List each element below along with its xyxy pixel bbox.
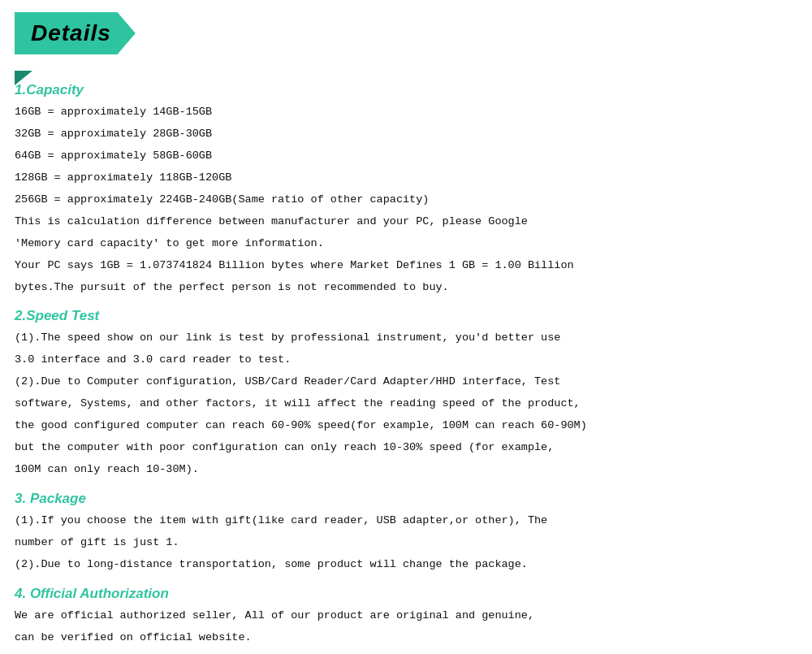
- details-banner-wrap: Details: [15, 12, 797, 71]
- content-line: can be verified on official website.: [15, 629, 797, 648]
- content-line: 256GB = approximately 224GB-240GB(Same r…: [15, 191, 797, 210]
- section-heading-package: 3. Package: [15, 491, 797, 507]
- banner-corner-decoration: [15, 71, 32, 85]
- section-package: 3. Package(1).If you choose the item wit…: [15, 491, 797, 574]
- section-heading-official-authorization: 4. Official Authorization: [15, 586, 797, 602]
- sections-container: 1.Capacity16GB = approximately 14GB-15GB…: [15, 82, 797, 648]
- content-line: software, Systems, and other factors, it…: [15, 395, 797, 414]
- section-capacity: 1.Capacity16GB = approximately 14GB-15GB…: [15, 82, 797, 297]
- content-line: We are official authorized seller, All o…: [15, 607, 797, 626]
- content-line: This is calculation difference between m…: [15, 213, 797, 232]
- content-line: number of gift is just 1.: [15, 534, 797, 552]
- content-line: (1).The speed show on our link is test b…: [15, 329, 797, 348]
- banner-title: Details: [31, 20, 111, 45]
- content-line: 'Memory card capacity' to get more infor…: [15, 235, 797, 253]
- content-line: (1).If you choose the item with gift(lik…: [15, 512, 797, 531]
- content-line: the good configured computer can reach 6…: [15, 417, 797, 435]
- content-line: 100M can only reach 10-30M).: [15, 461, 797, 479]
- content-line: (2).Due to long-distance transportation,…: [15, 556, 797, 574]
- content-line: bytes.The pursuit of the perfect person …: [15, 279, 797, 297]
- content-line: 64GB = approximately 58GB-60GB: [15, 147, 797, 166]
- content-line: (2).Due to Computer configuration, USB/C…: [15, 373, 797, 392]
- content-line: but the computer with poor configuration…: [15, 439, 797, 457]
- content-line: 32GB = approximately 28GB-30GB: [15, 125, 797, 144]
- content-line: Your PC says 1GB = 1.073741824 Billion b…: [15, 257, 797, 275]
- section-speed-test: 2.Speed Test(1).The speed show on our li…: [15, 308, 797, 479]
- details-banner: Details: [15, 12, 136, 54]
- content-line: 3.0 interface and 3.0 card reader to tes…: [15, 351, 797, 370]
- content-line: 16GB = approximately 14GB-15GB: [15, 103, 797, 122]
- page-container: Details 1.Capacity16GB = approximately 1…: [0, 0, 812, 654]
- section-heading-speed-test: 2.Speed Test: [15, 308, 797, 324]
- section-heading-capacity: 1.Capacity: [15, 82, 797, 98]
- content-line: 128GB = approximately 118GB-120GB: [15, 169, 797, 188]
- section-official-authorization: 4. Official AuthorizationWe are official…: [15, 586, 797, 648]
